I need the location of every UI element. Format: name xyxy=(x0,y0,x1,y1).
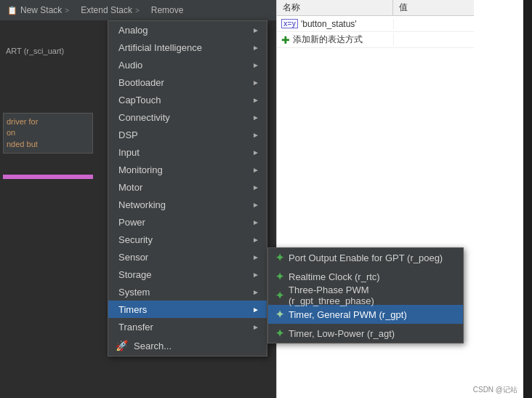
remove-button[interactable]: Remove xyxy=(147,4,188,17)
menu-item-power[interactable]: Power ► xyxy=(108,213,267,231)
submenu-item-three-phase[interactable]: ✦ Three-Phase PWM (r_gpt_three_phase) xyxy=(268,286,463,305)
expr-add-cell[interactable]: ✚ 添加新的表达方式 xyxy=(277,33,394,46)
add-icon: ✚ xyxy=(281,34,290,46)
scrollbar[interactable] xyxy=(523,0,532,398)
expr-row-add[interactable]: ✚ 添加新的表达方式 xyxy=(277,32,474,48)
search-item[interactable]: 🚀 Search... xyxy=(108,335,267,356)
arrow-icon: ► xyxy=(252,236,259,244)
new-stack-button[interactable]: 📋 New Stack > xyxy=(3,4,73,17)
menu-item-input[interactable]: Input ► xyxy=(108,143,267,161)
arrow-icon: ► xyxy=(252,26,259,34)
menu-item-monitoring[interactable]: Monitoring ► xyxy=(108,161,267,178)
xy-icon: x=y xyxy=(281,19,298,28)
arrow-icon: ► xyxy=(252,253,259,261)
arrow-icon: ► xyxy=(252,131,259,139)
expr-add-label: 添加新的表达方式 xyxy=(293,33,363,46)
arrow-icon: ► xyxy=(252,201,259,209)
sidebar-uart-label: ART (r_sci_uart) xyxy=(6,47,93,55)
menu-item-ai[interactable]: Artificial Intelligence ► xyxy=(108,39,267,56)
plus-icon: ✦ xyxy=(275,252,284,263)
arrow-icon: ► xyxy=(252,61,259,69)
dropdown-menu: Analog ► Artificial Intelligence ► Audio… xyxy=(108,20,267,357)
plus-icon: ✦ xyxy=(275,309,284,320)
arrow-icon: ► xyxy=(252,306,259,314)
arrow-icon: ► xyxy=(252,218,259,226)
arrow-icon: ► xyxy=(252,148,259,156)
expr-header-value: 值 xyxy=(393,0,474,15)
menu-item-system[interactable]: System ► xyxy=(108,283,267,301)
search-label: Search... xyxy=(134,341,172,351)
arrow-icon: ► xyxy=(252,79,259,87)
error-text: driver foronnded but xyxy=(7,117,38,148)
menu-item-captouch[interactable]: CapTouch ► xyxy=(108,91,267,108)
arrow-icon: ► xyxy=(252,323,259,331)
menu-item-sensor[interactable]: Sensor ► xyxy=(108,248,267,266)
menu-item-dsp[interactable]: DSP ► xyxy=(108,126,267,143)
extend-stack-label: Extend Stack xyxy=(81,5,132,15)
menu-item-transfer[interactable]: Transfer ► xyxy=(108,318,267,335)
arrow-icon: ► xyxy=(252,288,259,296)
submenu: ✦ Port Output Enable for GPT (r_poeg) ✦ … xyxy=(267,247,464,343)
submenu-label: Timer, Low-Power (r_agt) xyxy=(289,328,395,339)
submenu-label: Timer, General PWM (r_gpt) xyxy=(289,309,407,320)
expr-name-cell: x=y 'button_status' xyxy=(277,19,394,29)
expr-header-name: 名称 xyxy=(277,0,393,15)
arrow-icon: ► xyxy=(252,44,259,52)
arrow-icon: ► xyxy=(252,96,259,104)
menu-item-timers[interactable]: Timers ► xyxy=(108,301,267,318)
plus-icon: ✦ xyxy=(275,327,284,339)
menu-item-security[interactable]: Security ► xyxy=(108,231,267,248)
new-stack-label: New Stack xyxy=(20,5,62,15)
arrow-icon: ► xyxy=(252,166,259,174)
submenu-label: Realtime Clock (r_rtc) xyxy=(289,271,380,282)
menu-item-motor[interactable]: Motor ► xyxy=(108,178,267,196)
remove-label: Remove xyxy=(151,5,184,15)
submenu-item-gpt[interactable]: ✦ Timer, General PWM (r_gpt) xyxy=(268,305,463,324)
watermark: CSDN @记站 xyxy=(473,385,517,395)
menu-item-analog[interactable]: Analog ► xyxy=(108,21,267,39)
arrow-icon: ► xyxy=(252,271,259,279)
submenu-item-poeg[interactable]: ✦ Port Output Enable for GPT (r_poeg) xyxy=(268,248,463,267)
submenu-item-agt[interactable]: ✦ Timer, Low-Power (r_agt) xyxy=(268,324,463,343)
submenu-label: Three-Phase PWM (r_gpt_three_phase) xyxy=(289,284,456,306)
menu-item-audio[interactable]: Audio ► xyxy=(108,56,267,73)
expr-row-button-status: x=y 'button_status' xyxy=(277,16,474,32)
menu-item-connectivity[interactable]: Connectivity ► xyxy=(108,108,267,126)
pink-bar xyxy=(3,175,93,179)
extend-stack-button[interactable]: Extend Stack > xyxy=(76,4,144,17)
plus-icon: ✦ xyxy=(275,271,284,282)
submenu-item-rtc[interactable]: ✦ Realtime Clock (r_rtc) xyxy=(268,267,463,286)
menu-item-bootloader[interactable]: Bootloader ► xyxy=(108,73,267,91)
expr-header: 名称 值 xyxy=(277,0,474,16)
new-stack-icon: 📋 xyxy=(7,6,17,15)
menu-item-storage[interactable]: Storage ► xyxy=(108,266,267,283)
plus-icon: ✦ xyxy=(275,290,284,301)
expr-name: 'button_status' xyxy=(301,19,357,29)
toolbar: 📋 New Stack > Extend Stack > Remove xyxy=(0,0,276,20)
arrow-icon: ► xyxy=(252,183,259,191)
menu-item-networking[interactable]: Networking ► xyxy=(108,196,267,213)
arrow-icon: ► xyxy=(252,114,259,122)
submenu-label: Port Output Enable for GPT (r_poeg) xyxy=(289,252,443,263)
error-box: driver foronnded but xyxy=(3,113,93,154)
search-rocket-icon: 🚀 xyxy=(116,340,128,351)
